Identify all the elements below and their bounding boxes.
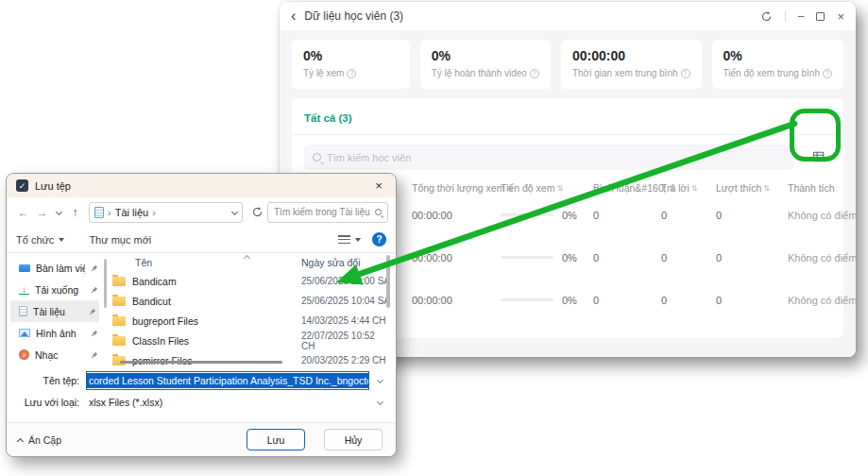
help-icon[interactable]: ? — [823, 69, 832, 78]
divider — [785, 10, 786, 22]
nav-back-icon[interactable]: ← — [14, 206, 32, 219]
file-row[interactable]: Bandicut 25/06/2025 10:04 SA — [112, 291, 390, 311]
help-icon[interactable]: ? — [681, 69, 690, 78]
file-row[interactable]: Bandicam 25/06/2025 10:00 SA — [112, 271, 390, 291]
desktop-icon — [19, 264, 30, 272]
nav-history-icon[interactable] — [52, 210, 65, 214]
sidebar-item-desktop[interactable]: Bàn làm việc — [7, 257, 101, 279]
cell-watch-time: 00:00:00 — [412, 252, 501, 264]
col-progress[interactable]: Tiến độ xem⇅ — [501, 182, 593, 194]
filename-label: Tên tệp: — [7, 375, 86, 386]
nav-up-icon[interactable]: ↑ — [66, 206, 84, 219]
stat-value: 0% — [723, 48, 832, 63]
file-row[interactable]: ClassIn Files 22/07/2025 10:52 CH — [112, 331, 390, 350]
cell-achievement: Không có điểm — [788, 210, 857, 221]
filetype-select[interactable]: xlsx Files (*.xlsx) — [86, 397, 369, 408]
dialog-toolbar: Tổ chức Thư mục mới ? — [7, 227, 396, 252]
minimize-button[interactable]: – — [798, 10, 805, 22]
pin-icon — [89, 308, 96, 315]
filename-dropdown-icon[interactable] — [373, 378, 386, 382]
close-button[interactable]: × — [837, 10, 844, 23]
column-name[interactable]: Tên — [135, 257, 152, 268]
progress-bar — [501, 213, 553, 216]
dialog-close-button[interactable]: × — [362, 178, 396, 193]
organize-button[interactable]: Tổ chức — [16, 234, 64, 246]
filename-selected-text: corded Lesson Student Participation Anal… — [87, 373, 369, 388]
help-button[interactable]: ? — [372, 232, 386, 246]
folder-icon — [112, 297, 126, 306]
cell-likes: 0 — [716, 210, 788, 221]
help-icon[interactable]: ? — [530, 69, 539, 78]
address-dropdown-icon[interactable] — [231, 209, 238, 215]
search-icon — [375, 209, 382, 215]
tab-all[interactable]: Tất cả (3) — [304, 112, 352, 124]
cell-watch-time: 00:00:00 — [412, 295, 501, 306]
sidebar-item-music[interactable]: ♪ Nhạc — [7, 344, 101, 366]
app-icon: ✓ — [16, 179, 28, 192]
nav-forward-icon[interactable]: → — [33, 206, 51, 219]
breadcrumb-separator: › — [108, 207, 111, 218]
breadcrumb-documents[interactable]: Tài liệu — [115, 207, 148, 218]
window-controls: – × — [760, 10, 844, 23]
col-comments[interactable]: Bình luận&#160;⇅ — [593, 182, 661, 194]
stats-row: 0% Tỷ lệ xem? 0% Tỷ lệ hoàn thành video?… — [292, 40, 843, 89]
col-replies[interactable]: Trả lời⇅ — [661, 182, 716, 194]
dialog-body: Bàn làm việc ↓ Tải xuống Tài liệu Hình ả… — [7, 253, 396, 366]
stat-label: Thời gian xem trung bình — [572, 68, 678, 78]
save-button[interactable]: Lưu — [247, 429, 305, 450]
progress-bar — [501, 256, 553, 259]
filename-input[interactable]: corded Lesson Student Participation Anal… — [86, 371, 369, 390]
search-icon — [313, 153, 321, 162]
address-bar[interactable]: › Tài liệu › — [89, 202, 243, 223]
search-placeholder: Tìm kiếm học viên — [327, 152, 411, 163]
column-date-modified[interactable]: Ngày sửa đổi — [301, 257, 360, 268]
sort-icon[interactable]: ⇅ — [556, 184, 563, 193]
folder-icon — [112, 336, 126, 346]
stat-card-avg-progress: 0% Tiến độ xem trung bình? — [712, 40, 843, 89]
cell-comments: 0 — [593, 210, 661, 221]
file-list: Tên Ngày sửa đổi Bandicam 25/06/2025 10:… — [112, 253, 390, 366]
cell-replies: 0 — [661, 252, 716, 264]
back-icon[interactable]: ‹ — [291, 8, 296, 24]
cell-watch-time: 00:00:00 — [412, 210, 501, 221]
stat-value: 0% — [432, 48, 539, 63]
dialog-title: Lưu tệp — [35, 180, 71, 192]
file-row[interactable]: bugreport Files 14/03/2025 4:44 CH — [112, 311, 390, 331]
hide-folders-button[interactable]: Ẩn Cặp — [18, 434, 61, 446]
dialog-search-input[interactable]: Tìm kiếm trong Tài liệu — [267, 202, 388, 223]
sort-icon[interactable]: ⇅ — [763, 184, 770, 193]
sidebar-item-documents[interactable]: Tài liệu — [10, 300, 99, 322]
caret-down-icon — [355, 238, 361, 242]
col-achievement: Thành tích — [788, 182, 835, 194]
breadcrumb-separator: › — [152, 207, 156, 218]
stat-card-completion-rate: 0% Tỷ lệ hoàn thành video? — [420, 40, 551, 89]
cell-replies: 0 — [661, 210, 716, 221]
sidebar-scrollbar[interactable] — [104, 259, 107, 308]
stat-label: Tỷ lệ hoàn thành video — [432, 68, 527, 78]
filetype-dropdown-icon[interactable] — [373, 400, 386, 404]
search-input[interactable]: Tìm kiếm học viên — [304, 144, 793, 170]
file-list-vertical-scrollbar[interactable] — [386, 255, 390, 308]
cancel-button[interactable]: Hủy — [324, 429, 383, 450]
music-icon: ♪ — [19, 349, 29, 360]
sidebar-item-downloads[interactable]: ↓ Tải xuống — [7, 279, 101, 300]
sort-icon[interactable]: ⇅ — [691, 184, 698, 193]
file-list-horizontal-scrollbar[interactable] — [120, 361, 282, 364]
stat-label: Tỷ lệ xem — [303, 68, 344, 78]
pin-icon — [91, 351, 98, 359]
cell-progress: 0% — [501, 295, 593, 306]
stat-value: 00:00:00 — [572, 48, 690, 63]
search-row: Tìm kiếm học viên — [304, 144, 831, 170]
save-file-dialog: ✓ Lưu tệp × ← → ↑ › Tài liệu › Tìm kiếm … — [6, 173, 397, 457]
refresh-icon[interactable] — [760, 10, 773, 23]
sidebar-item-pictures[interactable]: Hình ảnh — [7, 322, 101, 344]
new-folder-button[interactable]: Thư mục mới — [89, 234, 151, 246]
col-likes[interactable]: Lượt thích⇅ — [716, 182, 788, 194]
export-button[interactable] — [807, 145, 831, 170]
help-icon[interactable]: ? — [347, 69, 356, 78]
view-options-button[interactable] — [338, 235, 361, 244]
dialog-refresh-icon[interactable] — [247, 206, 266, 218]
maximize-button[interactable] — [816, 12, 825, 21]
pin-icon — [91, 286, 98, 294]
col-watch-time[interactable]: Tổng thời lượng xem⇅ — [412, 182, 501, 194]
